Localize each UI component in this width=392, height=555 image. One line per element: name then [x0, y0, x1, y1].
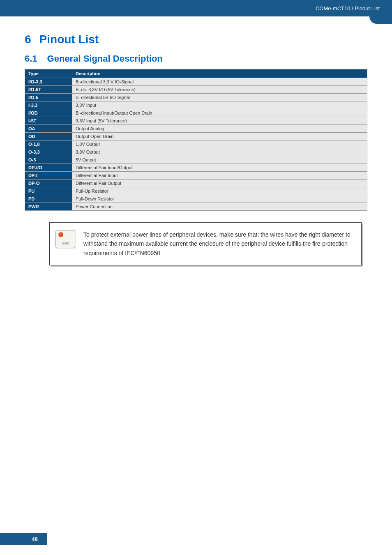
table-row: O-3,33,3V Output [25, 148, 367, 156]
breadcrumb: COMe-mCT10 / Pinout List [316, 5, 380, 12]
desc-cell: Differential Pair Input [72, 172, 367, 180]
type-cell: I/O-5 [25, 94, 72, 101]
table-row: I/O-5Bi-directional 5V I/O-Signal [25, 94, 367, 101]
type-cell: OD [25, 133, 72, 140]
type-cell: I-5T [25, 117, 72, 125]
type-cell: O-3,3 [25, 148, 72, 156]
table-row: PUPull-Up Resistor [25, 187, 367, 195]
section-title: Pinout List [39, 33, 99, 46]
desc-cell: Bi-directional 3,3 V IO-Signal [72, 78, 367, 86]
type-cell: PWR [25, 203, 72, 211]
desc-cell: Differential Pair Output [72, 180, 367, 187]
type-cell: PU [25, 187, 72, 195]
table-row: PWRPower Connection [25, 203, 367, 211]
type-cell: I/OD [25, 109, 72, 117]
page-number: 48 [25, 533, 47, 545]
desc-cell: Differential Pair Input/Output [72, 164, 367, 172]
desc-cell: 5V Output [72, 156, 367, 164]
table-row: O-55V Output [25, 156, 367, 164]
table-row: DP-IDifferential Pair Input [25, 172, 367, 180]
desc-cell: Output Analog [72, 125, 367, 133]
table-row: PDPull-Down Resistor [25, 195, 367, 203]
table-row: I/ODBi-directional Input/Output Open Dra… [25, 109, 367, 117]
note-box: note To protect external power lines of … [49, 222, 362, 265]
table-row: I-3,33,3V Input [25, 101, 367, 109]
signal-table: Type Description I/O-3,3Bi-directional 3… [25, 69, 367, 211]
desc-cell: Bi-directional Input/Output Open Drain [72, 109, 367, 117]
desc-cell: Output Open Drain [72, 133, 367, 140]
table-row: O-1,81,8V Output [25, 140, 367, 148]
type-cell: PD [25, 195, 72, 203]
desc-cell: 3,3V Input (5V Tolerance) [72, 117, 367, 125]
type-cell: DP-I [25, 172, 72, 180]
table-row: I-5T3,3V Input (5V Tolerance) [25, 117, 367, 125]
subsection-title: General Signal Description [47, 53, 163, 64]
note-icon-label: note [62, 241, 69, 245]
header-bar: COMe-mCT10 / Pinout List [0, 0, 392, 16]
desc-cell: Pull-Up Resistor [72, 187, 367, 195]
th-type: Type [25, 69, 72, 78]
table-row: I/O-5TBi-dir. 3,3V I/O (5V Tolerance) [25, 86, 367, 94]
type-cell: I/O-3,3 [25, 78, 72, 86]
desc-cell: 3,3V Output [72, 148, 367, 156]
subsection-number: 6.1 [25, 53, 37, 64]
footer-decor [0, 533, 25, 545]
type-cell: O-5 [25, 156, 72, 164]
note-icon: note [55, 230, 75, 248]
desc-cell: Power Connection [72, 203, 367, 211]
type-cell: OA [25, 125, 72, 133]
desc-cell: Pull-Down Resistor [72, 195, 367, 203]
table-row: OAOutput Analog [25, 125, 367, 133]
desc-cell: Bi-directional 5V I/O-Signal [72, 94, 367, 101]
section-number: 6 [25, 33, 31, 46]
type-cell: I/O-5T [25, 86, 72, 94]
th-description: Description [72, 69, 367, 78]
type-cell: DP-O [25, 180, 72, 187]
page-content: 6Pinout List 6.1General Signal Descripti… [0, 16, 392, 265]
desc-cell: 1,8V Output [72, 140, 367, 148]
note-text: To protect external power lines of perip… [83, 230, 353, 258]
desc-cell: Bi-dir. 3,3V I/O (5V Tolerance) [72, 86, 367, 94]
pin-icon [58, 232, 63, 237]
type-cell: DP-I/O [25, 164, 72, 172]
table-row: I/O-3,3Bi-directional 3,3 V IO-Signal [25, 78, 367, 86]
subsection-heading: 6.1General Signal Description [25, 53, 367, 64]
table-row: DP-I/ODifferential Pair Input/Output [25, 164, 367, 172]
desc-cell: 3,3V Input [72, 101, 367, 109]
type-cell: I-3,3 [25, 101, 72, 109]
table-row: DP-ODifferential Pair Output [25, 180, 367, 187]
type-cell: O-1,8 [25, 140, 72, 148]
table-row: ODOutput Open Drain [25, 133, 367, 140]
section-heading: 6Pinout List [25, 33, 367, 46]
